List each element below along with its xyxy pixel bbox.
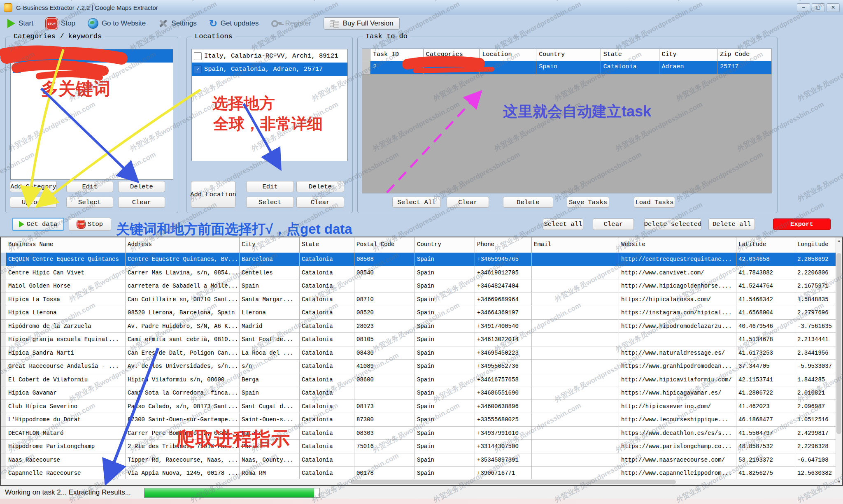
table-row[interactable]: Hípica La TossaCan Cotillaire sn, 08710 …: [1, 293, 837, 307]
delete-selected-button[interactable]: Delete selected: [644, 218, 701, 230]
select-all-button[interactable]: Select All: [392, 197, 441, 208]
table-row[interactable]: Hipódromo de la ZarzuelaAv. Padre Huidob…: [1, 320, 837, 333]
table-row[interactable]: Maiol Golden Horsecarretera de Sabadell …: [1, 279, 837, 293]
row-selector[interactable]: [1, 306, 6, 319]
row-selector[interactable]: [1, 320, 6, 333]
row-selector[interactable]: [1, 427, 6, 440]
delete-all-button[interactable]: Delete all: [708, 218, 755, 230]
delete-button[interactable]: Delete: [118, 181, 165, 192]
edit-button[interactable]: Edit: [246, 181, 294, 192]
edit-button[interactable]: Edit: [66, 181, 113, 192]
select-button[interactable]: Select: [66, 197, 113, 208]
table-row[interactable]: Hippodrome ParisLongchamp2 Rte des Tribu…: [1, 440, 837, 453]
scroll-up-icon[interactable]: ▲: [836, 237, 842, 244]
toolbar-get-updates[interactable]: ↻Get updates: [209, 19, 259, 28]
results-col-email[interactable]: Email: [532, 237, 619, 253]
clear-button[interactable]: Clear: [296, 197, 344, 208]
checkbox-icon[interactable]: ✓: [13, 65, 21, 73]
table-row[interactable]: Capannelle RacecourseVia Appia Nuova, 12…: [1, 467, 837, 480]
table-row[interactable]: Centre Hípic Can VivetCarrer Mas Llavina…: [1, 266, 837, 280]
get-data-button[interactable]: Get data: [12, 218, 64, 231]
toolbar-settings[interactable]: Settings: [158, 19, 196, 28]
task-col-zip-code[interactable]: Zip Code: [717, 49, 772, 61]
location-item-1[interactable]: ✓Spain, Catalonia, Adraen, 25717: [192, 63, 347, 76]
row-selector[interactable]: [1, 453, 6, 467]
row-selector[interactable]: [1, 413, 6, 426]
stop-button[interactable]: STOP Stop: [69, 218, 111, 231]
task-col-country[interactable]: Country: [536, 49, 601, 61]
horizontal-scroll-thumb[interactable]: [351, 480, 676, 484]
results-col-longitude[interactable]: Longitude: [795, 237, 838, 253]
delete-button[interactable]: Delete: [503, 197, 553, 208]
task-col-categories[interactable]: Categories: [424, 49, 480, 61]
location-item-0[interactable]: Italy, Calabria-RC-VV, Archi, 89121: [192, 49, 347, 63]
results-body[interactable]: CEQUIN Centre Equestre QuintanesCentre E…: [1, 253, 837, 480]
toolbar-buy-full-version[interactable]: Buy Full Version: [324, 17, 400, 30]
vertical-scrollbar[interactable]: ▲ ▼: [836, 237, 842, 485]
row-selector[interactable]: [1, 279, 6, 293]
toolbar-stop[interactable]: STOPStop: [46, 18, 75, 30]
checkbox-icon[interactable]: [194, 52, 202, 60]
categories-list[interactable]: ✓✓: [10, 49, 173, 180]
category-item-0[interactable]: ✓: [11, 49, 173, 63]
select-button[interactable]: Select: [246, 197, 294, 208]
horizontal-scrollbar[interactable]: [1, 479, 837, 485]
table-row[interactable]: Hípica GavamarCami Sota la Corredora, fi…: [1, 386, 837, 400]
table-row[interactable]: El Cobert de VilaformiuHípica Vilaformiu…: [1, 373, 837, 387]
task-col-task-id[interactable]: Task ID: [370, 49, 424, 61]
results-col-latitude[interactable]: Latitude: [736, 237, 795, 253]
scroll-down-icon[interactable]: ▼: [836, 478, 842, 485]
save-tasks-button[interactable]: Save Tasks: [567, 197, 609, 208]
table-row[interactable]: Hípica Llerona08520 Llerona, Barcelona, …: [1, 306, 837, 320]
row-selector[interactable]: [1, 333, 6, 346]
table-row[interactable]: Great Racecourse Andalusia - ...Av. de l…: [1, 360, 837, 373]
results-col-business-name[interactable]: Business Name: [6, 237, 126, 253]
row-selector[interactable]: [1, 386, 6, 399]
results-col-postal-code[interactable]: Postal Code: [354, 237, 415, 253]
table-row[interactable]: Club Hípica SeverinoPasso Calado, s/n, 0…: [1, 400, 837, 413]
task-row-selector[interactable]: [362, 61, 370, 74]
task-col-state[interactable]: State: [601, 49, 659, 61]
row-selector[interactable]: [1, 373, 6, 386]
toolbar-go-to-website[interactable]: Go to Website: [88, 18, 146, 29]
row-selector[interactable]: [1, 293, 6, 306]
table-row[interactable]: CEQUIN Centre Equestre QuintanesCentre E…: [1, 253, 837, 266]
export-button[interactable]: Export: [773, 218, 831, 230]
clear-button[interactable]: Clear: [447, 197, 489, 208]
category-item-1[interactable]: ✓: [11, 63, 173, 76]
task-row-0[interactable]: 2SpainCataloniaAdraen25717: [362, 61, 772, 74]
row-selector[interactable]: [1, 253, 6, 266]
checkbox-icon[interactable]: ✓: [13, 52, 21, 60]
vertical-scroll-thumb[interactable]: [836, 253, 841, 434]
upload-button[interactable]: Upload: [10, 197, 57, 208]
results-col-address[interactable]: Address: [126, 237, 240, 253]
results-col-country[interactable]: Country: [415, 237, 475, 253]
results-col-website[interactable]: Website: [619, 237, 736, 253]
toolbar-register[interactable]: Register: [271, 19, 311, 28]
clear-button[interactable]: Clear: [593, 218, 634, 230]
table-row[interactable]: DECATHLON MataróCarrer Pere Bombardó, 2,…: [1, 427, 837, 440]
delete-button[interactable]: Delete: [296, 181, 344, 192]
task-col-city[interactable]: City: [659, 49, 718, 61]
results-col-city[interactable]: City: [240, 237, 300, 253]
select-all-button[interactable]: Select all: [543, 218, 583, 230]
close-button[interactable]: ✕: [827, 3, 840, 12]
row-selector[interactable]: [1, 266, 6, 279]
add-category-button[interactable]: Add Category: [10, 181, 57, 192]
row-selector[interactable]: [1, 346, 6, 360]
row-selector[interactable]: [1, 467, 6, 480]
load-tasks-button[interactable]: Load Tasks: [634, 197, 675, 208]
table-row[interactable]: L'Hippodrome du Dorat87300 Saint-Ouen-su…: [1, 413, 837, 427]
row-selector[interactable]: [1, 360, 6, 373]
maximize-button[interactable]: ▢: [812, 3, 825, 12]
results-col-state[interactable]: State: [300, 237, 354, 253]
row-selector[interactable]: [1, 440, 6, 453]
table-row[interactable]: Naas RacecourseTipper Rd, Racecourse, Na…: [1, 453, 837, 467]
table-row[interactable]: Hípica Sandra MartíCan Eres de Dalt, Pol…: [1, 346, 837, 360]
minimize-button[interactable]: –: [797, 3, 810, 12]
clear-button[interactable]: Clear: [118, 197, 165, 208]
add-location-button[interactable]: Add Location: [191, 181, 235, 208]
toolbar-start[interactable]: Start: [7, 19, 33, 28]
checkbox-icon[interactable]: ✓: [194, 65, 202, 73]
row-selector[interactable]: [1, 400, 6, 413]
